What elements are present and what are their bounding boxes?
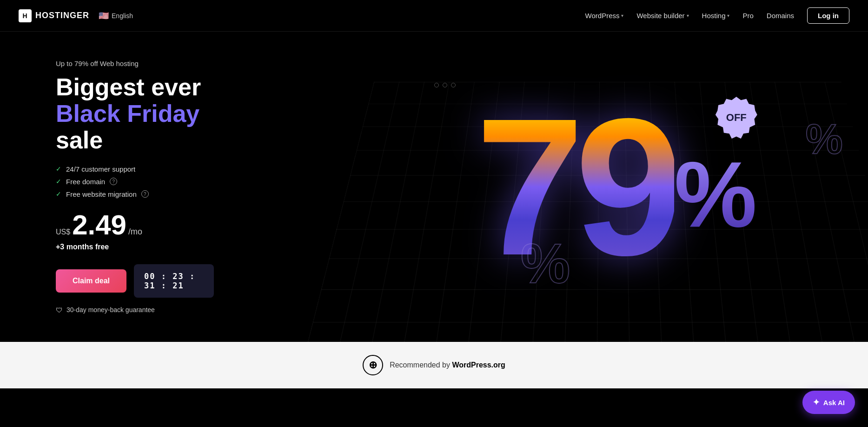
nav-item-pro[interactable]: Pro bbox=[742, 12, 753, 20]
hero-title-part2: sale bbox=[56, 127, 103, 153]
logo-icon: H bbox=[19, 9, 32, 22]
price-row: US$ 2.49 /mo bbox=[56, 211, 214, 239]
logo-text: HOSTINGER bbox=[35, 11, 89, 20]
feature-text-2: Free domain bbox=[66, 178, 105, 186]
off-badge: OFF bbox=[716, 97, 757, 139]
info-icon[interactable]: ? bbox=[141, 190, 149, 198]
language-selector[interactable]: 🇺🇸 English bbox=[99, 11, 133, 21]
logo[interactable]: H HOSTINGER bbox=[19, 9, 89, 22]
wordpress-recommendation: ⊕ Recommended by WordPress.org bbox=[363, 355, 505, 375]
feature-text-1: 24/7 customer support bbox=[66, 165, 135, 173]
nav-item-hosting[interactable]: Hosting ▾ bbox=[702, 12, 730, 20]
wp-rec-brand: WordPress.org bbox=[452, 361, 505, 369]
guarantee-row: 🛡 30-day money-back guarantee bbox=[56, 306, 214, 314]
check-icon: ✓ bbox=[56, 178, 61, 185]
percent-sign: % bbox=[674, 141, 757, 248]
info-icon[interactable]: ? bbox=[110, 178, 117, 185]
nav-label-hosting: Hosting bbox=[702, 12, 726, 20]
guarantee-text: 30-day money-back guarantee bbox=[66, 306, 155, 314]
price-extra: +3 months free bbox=[56, 243, 214, 251]
hero-subtitle: Up to 79% off Web hosting bbox=[56, 60, 214, 67]
nav-left: H HOSTINGER 🇺🇸 English bbox=[19, 9, 133, 22]
nav-label-domains: Domains bbox=[767, 12, 794, 20]
dot-2 bbox=[443, 83, 447, 87]
flag-icon: 🇺🇸 bbox=[99, 11, 109, 21]
discount-display: 79 % bbox=[476, 104, 757, 270]
dot-1 bbox=[434, 83, 439, 87]
nav-right: WordPress ▾ Website builder ▾ Hosting ▾ … bbox=[585, 7, 849, 24]
feature-text-3: Free website migration bbox=[66, 190, 137, 198]
bottom-bar: ⊕ Recommended by WordPress.org bbox=[0, 342, 868, 388]
hero-section: Up to 79% off Web hosting Biggest ever B… bbox=[0, 32, 868, 342]
nav-label-website-builder: Website builder bbox=[636, 12, 684, 20]
chevron-down-icon: ▾ bbox=[621, 13, 623, 18]
window-dots bbox=[434, 83, 456, 87]
features-list: ✓ 24/7 customer support ✓ Free domain ? … bbox=[56, 165, 214, 198]
dot-3 bbox=[451, 83, 456, 87]
check-icon: ✓ bbox=[56, 190, 61, 198]
nav-label-pro: Pro bbox=[742, 12, 753, 20]
cta-row: Claim deal 00 : 23 : 31 : 21 bbox=[56, 264, 214, 298]
price-prefix: US$ bbox=[56, 228, 70, 236]
feature-item-3: ✓ Free website migration ? bbox=[56, 190, 214, 198]
countdown-timer: 00 : 23 : 31 : 21 bbox=[134, 264, 214, 298]
feature-item-1: ✓ 24/7 customer support bbox=[56, 165, 214, 173]
big-discount-number: 79 bbox=[476, 104, 674, 270]
price-main: 2.49 bbox=[72, 211, 126, 239]
language-label: English bbox=[112, 12, 133, 20]
deco-percent-right: % bbox=[806, 115, 843, 163]
check-icon: ✓ bbox=[56, 165, 61, 173]
nav-item-wordpress[interactable]: WordPress ▾ bbox=[585, 12, 624, 20]
navbar: H HOSTINGER 🇺🇸 English WordPress ▾ Websi… bbox=[0, 0, 868, 32]
price-suffix: /mo bbox=[128, 227, 142, 237]
hero-content: Up to 79% off Web hosting Biggest ever B… bbox=[0, 32, 270, 342]
chevron-down-icon: ▾ bbox=[727, 13, 729, 18]
hero-visual: 79 % OFF % % bbox=[364, 32, 868, 342]
chevron-down-icon: ▾ bbox=[687, 13, 689, 18]
login-button[interactable]: Log in bbox=[807, 7, 849, 24]
nav-label-wordpress: WordPress bbox=[585, 12, 620, 20]
shield-icon: 🛡 bbox=[56, 306, 63, 314]
hero-title-highlight: Black Friday bbox=[56, 100, 199, 127]
hero-title-part1: Biggest ever bbox=[56, 73, 201, 100]
wp-rec-prefix: Recommended by bbox=[390, 361, 452, 369]
nav-item-domains[interactable]: Domains bbox=[767, 12, 794, 20]
wp-rec-text: Recommended by WordPress.org bbox=[390, 361, 505, 369]
claim-deal-button[interactable]: Claim deal bbox=[56, 269, 126, 293]
hero-title: Biggest ever Black Friday sale bbox=[56, 74, 214, 154]
nav-item-website-builder[interactable]: Website builder ▾ bbox=[636, 12, 689, 20]
deco-percent-left: % bbox=[521, 231, 570, 295]
wordpress-icon: ⊕ bbox=[363, 355, 383, 375]
feature-item-2: ✓ Free domain ? bbox=[56, 178, 214, 186]
